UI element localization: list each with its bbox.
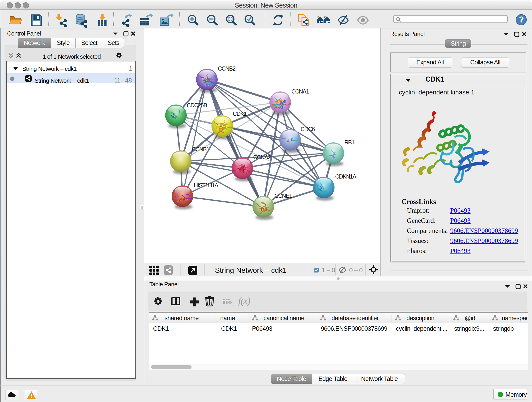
svg-text:?: ? [519,15,524,24]
svg-text:CDKN1A: CDKN1A [335,173,356,180]
svg-text:CCNA1: CCNA1 [291,88,309,95]
svg-text:f(x): f(x) [238,296,250,306]
svg-text:CCNE1: CCNE1 [274,192,292,199]
svg-text:CCNA2: CCNA2 [253,154,271,160]
svg-text:CCNB1: CCNB1 [192,146,209,153]
svg-text:CDC25B: CDC25B [187,102,207,108]
svg-text:CCNB2: CCNB2 [218,65,235,72]
svg-text:HIST1H1A: HIST1H1A [194,182,218,188]
svg-text:CDK1: CDK1 [233,110,247,117]
svg-text:RB1: RB1 [344,139,355,146]
svg-text:CDC6: CDC6 [301,126,315,132]
